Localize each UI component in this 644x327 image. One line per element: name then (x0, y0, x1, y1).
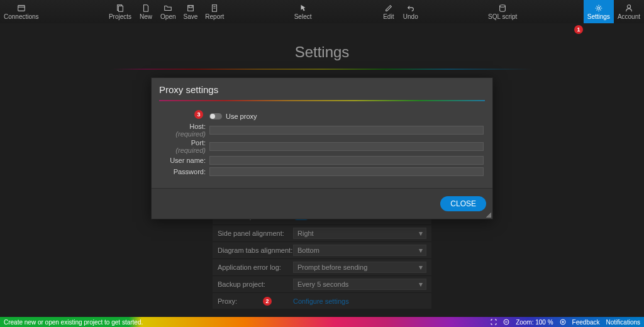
undo-icon (406, 4, 415, 13)
feedback-link[interactable]: Feedback (572, 319, 600, 326)
connections-button[interactable]: Connections (0, 0, 43, 23)
gear-icon (594, 4, 603, 13)
select-icon (299, 4, 308, 13)
settings-button[interactable]: Settings (584, 0, 614, 23)
zoom-level: Zoom: 100 % (516, 319, 553, 326)
use-proxy-toggle[interactable] (209, 113, 222, 119)
host-label: Host: (189, 123, 206, 130)
annotation-badge-1: 1 (574, 25, 583, 34)
main-toolbar: Connections Projects New Open Save Repor… (0, 0, 644, 23)
sql-script-button[interactable]: SQL script (484, 0, 521, 23)
account-label: Account (618, 13, 640, 20)
modal-title: Proxy settings (152, 78, 492, 100)
account-icon (625, 4, 633, 13)
annotation-badge-3: 3 (194, 110, 203, 119)
status-hint: Create new or open existing project to g… (4, 319, 484, 326)
new-button[interactable]: New (135, 0, 157, 23)
zoom-out-icon (503, 319, 509, 325)
annotation-badge-2: 2 (263, 297, 272, 306)
open-icon (164, 4, 172, 13)
svg-rect-0 (18, 5, 25, 11)
zoom-in-icon (560, 319, 566, 325)
save-icon (186, 4, 195, 13)
status-bar: Create new or open existing project to g… (0, 317, 644, 327)
host-input[interactable] (209, 126, 484, 135)
port-required: (required) (175, 147, 206, 154)
report-icon (210, 4, 219, 13)
resize-grip[interactable] (486, 213, 491, 218)
settings-label: Settings (587, 13, 610, 20)
account-button[interactable]: Account (614, 0, 644, 23)
report-button[interactable]: Report (201, 0, 228, 23)
zoom-in-button[interactable] (560, 319, 566, 325)
projects-button[interactable]: Projects (105, 0, 135, 23)
password-label: Password: (160, 168, 206, 175)
save-button[interactable]: Save (180, 0, 202, 23)
username-input[interactable] (209, 156, 484, 165)
modal-body: 3 Use proxy Host: (required) Port: (requ… (152, 101, 492, 188)
edit-icon (384, 4, 393, 13)
select-label: Select (294, 13, 312, 20)
projects-label: Projects (109, 13, 131, 20)
port-label: Port: (191, 139, 206, 147)
proxy-settings-modal: Proxy settings 3 Use proxy Host: (requir… (151, 77, 493, 219)
save-label: Save (184, 13, 198, 20)
zoom-out-button[interactable] (503, 319, 509, 325)
open-label: Open (160, 13, 175, 20)
svg-point-11 (627, 4, 630, 8)
connections-label: Connections (4, 13, 39, 20)
notifications-link[interactable]: Notifications (606, 319, 640, 326)
svg-point-9 (500, 4, 506, 7)
projects-icon (116, 4, 125, 13)
open-button[interactable]: Open (157, 0, 179, 23)
edit-label: Edit (383, 13, 394, 20)
svg-point-10 (597, 7, 600, 9)
svg-rect-5 (189, 5, 192, 8)
password-input[interactable] (209, 167, 484, 176)
fullscreen-button[interactable] (491, 319, 497, 325)
fullscreen-icon (491, 319, 497, 325)
new-icon (142, 4, 150, 13)
edit-button[interactable]: Edit (378, 0, 399, 23)
username-label: User name: (160, 157, 206, 164)
host-required: (required) (175, 130, 206, 138)
connections-icon (17, 4, 26, 13)
sql-script-label: SQL script (488, 13, 517, 20)
use-proxy-label: Use proxy (226, 113, 257, 120)
undo-label: Undo (403, 13, 418, 20)
new-label: New (140, 13, 152, 20)
report-label: Report (205, 13, 224, 20)
sql-icon (498, 4, 507, 13)
undo-button[interactable]: Undo (399, 0, 422, 23)
select-button[interactable]: Select (291, 0, 316, 23)
modal-footer: CLOSE (152, 188, 492, 219)
svg-rect-3 (118, 6, 123, 11)
port-input[interactable] (209, 142, 484, 151)
close-button[interactable]: CLOSE (440, 196, 486, 211)
